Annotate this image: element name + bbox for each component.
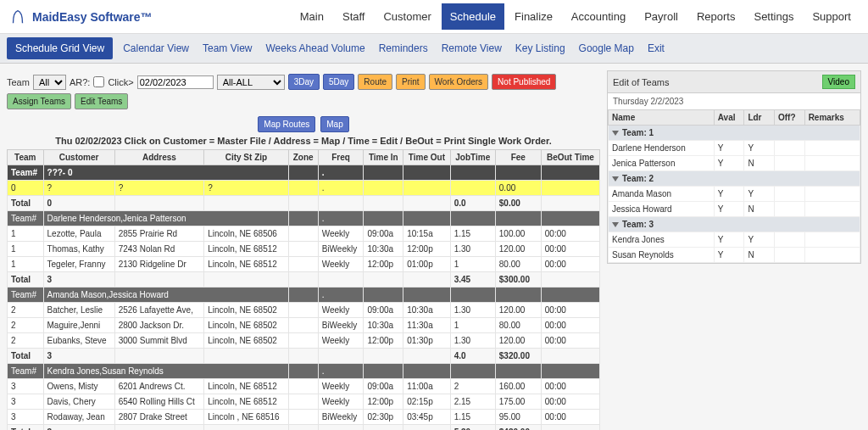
sub-nav-bar: Schedule Grid View Calendar ViewTeam Vie… — [0, 34, 868, 64]
col-team: Team — [8, 150, 44, 165]
chevron-down-icon — [612, 176, 619, 181]
subnav-weeks-ahead-volume[interactable]: Weeks Ahead Volume — [265, 42, 364, 54]
table-row[interactable]: 1Lezotte, Paula2855 Prairie RdLincoln, N… — [8, 226, 600, 242]
subnav-remote-view[interactable]: Remote View — [442, 42, 502, 54]
table-row[interactable]: 3Rodaway, Jean2807 Drake StreetLincoln ,… — [8, 410, 600, 425]
edit-teams-button[interactable]: Edit Teams — [75, 93, 128, 109]
topnav-support[interactable]: Support — [804, 3, 860, 30]
team-header-row: Team#Amanda Mason,Jessica Howard. — [8, 288, 600, 303]
team-col-off?: Off? — [775, 110, 805, 126]
three-day-button[interactable]: 3Day — [288, 74, 320, 90]
subnav-google-map[interactable]: Google Map — [579, 42, 634, 54]
team-member-row[interactable]: Kendra JonesYY — [609, 232, 860, 248]
col-fee: Fee — [495, 150, 541, 165]
assign-teams-button[interactable]: Assign Teams — [7, 93, 71, 109]
top-nav: MainStaffCustomerScheduleFinalizeAccount… — [292, 3, 860, 30]
video-button[interactable]: Video — [822, 75, 855, 89]
hint-text: Thu 02/02/2023 Click on Customer = Maste… — [7, 136, 600, 146]
team-member-row[interactable]: Darlene HendersonYY — [609, 141, 860, 156]
col-address: Address — [114, 150, 203, 165]
team-col-remarks: Remarks — [804, 110, 860, 126]
total-row: Total35.30$430.00 — [8, 425, 600, 431]
maideasy-logo-icon — [8, 8, 27, 26]
team-group-header[interactable]: Team: 1 — [609, 126, 860, 141]
topnav-schedule[interactable]: Schedule — [442, 3, 504, 30]
chevron-down-icon — [612, 131, 619, 136]
table-row[interactable]: 3Davis, Chery6540 Rolling Hills CtLincol… — [8, 394, 600, 410]
map-routes-button[interactable]: Map Routes — [258, 116, 315, 132]
panel-date: Thursday 2/2/2023 — [608, 93, 860, 109]
col-city-st-zip: City St Zip — [204, 150, 289, 165]
col-time-in: Time In — [364, 150, 403, 165]
subnav-key-listing[interactable]: Key Listing — [515, 42, 565, 54]
team-member-row[interactable]: Amanda MasonYY — [609, 187, 860, 202]
total-row: Total33.45$300.00 — [8, 272, 600, 288]
table-row[interactable]: 2Maguire,Jenni2800 Jackson Dr.Lincoln, N… — [8, 318, 600, 333]
chevron-down-icon — [612, 222, 619, 227]
team-member-row[interactable]: Jenica PattersonYN — [609, 156, 860, 171]
topnav-payroll[interactable]: Payroll — [636, 3, 687, 30]
table-row[interactable]: 2Batcher, Leslie2526 Lafayette Ave,Linco… — [8, 303, 600, 318]
topnav-finalize[interactable]: Finalize — [506, 3, 561, 30]
map-button[interactable]: Map — [320, 116, 348, 132]
ar-checkbox[interactable] — [93, 76, 104, 87]
table-row[interactable]: 1Tegeler, Franny2130 Ridgeline DrLincoln… — [8, 257, 600, 272]
team-header-row: Team#Darlene Henderson,Jenica Patterson. — [8, 211, 600, 226]
col-freq: Freq — [318, 150, 364, 165]
team-label: Team — [7, 77, 30, 87]
table-row[interactable]: 1Thomas, Kathy7243 Nolan RdLincoln, NE 6… — [8, 242, 600, 257]
five-day-button[interactable]: 5Day — [323, 74, 354, 90]
table-row[interactable]: 2Eubanks, Steve3000 Summit BlvdLincoln, … — [8, 333, 600, 349]
col-beout-time: BeOut Time — [541, 150, 599, 165]
topnav-main[interactable]: Main — [292, 3, 332, 30]
col-zone: Zone — [288, 150, 318, 165]
team-header-row: Team#Kendra Jones,Susan Reynolds. — [8, 364, 600, 379]
col-customer: Customer — [43, 150, 114, 165]
subnav-calendar-view[interactable]: Calendar View — [123, 42, 189, 54]
team-col-ldr: Ldr — [744, 110, 775, 126]
team-select[interactable]: All — [33, 75, 66, 90]
date-input[interactable] — [137, 75, 214, 89]
col-jobtime: JobTime — [450, 150, 495, 165]
team-group-header[interactable]: Team: 3 — [609, 217, 860, 232]
total-row: Total00.0$0.00 — [8, 196, 600, 211]
all-select[interactable]: All-ALL — [217, 75, 285, 90]
topnav-reports[interactable]: Reports — [688, 3, 744, 30]
brand-name: MaidEasy Software™ — [32, 10, 153, 24]
work-orders-button[interactable]: Work Orders — [429, 74, 489, 90]
team-member-row[interactable]: Jessica HowardYN — [609, 202, 860, 217]
click-label: Click> — [108, 77, 133, 87]
route-button[interactable]: Route — [358, 74, 392, 90]
subnav-reminders[interactable]: Reminders — [379, 42, 428, 54]
table-row[interactable]: 3Owens, Misty6201 Andrews Ct.Lincoln, NE… — [8, 379, 600, 394]
ar-label: AR?: — [70, 77, 90, 87]
team-group-header[interactable]: Team: 2 — [609, 171, 860, 187]
schedule-grid-view-button[interactable]: Schedule Grid View — [7, 37, 113, 59]
edit-teams-panel: Edit of Teams Video Thursday 2/2/2023 Na… — [607, 70, 861, 264]
col-time-out: Time Out — [403, 150, 451, 165]
subnav-team-view[interactable]: Team View — [203, 42, 252, 54]
topnav-customer[interactable]: Customer — [375, 3, 439, 30]
team-col-name: Name — [609, 110, 715, 126]
team-col-aval: Aval — [714, 110, 744, 126]
topnav-staff[interactable]: Staff — [334, 3, 374, 30]
schedule-grid: TeamCustomerAddressCity St ZipZoneFreqTi… — [7, 149, 600, 430]
team-header-row: Team#???- 0. — [8, 165, 600, 181]
panel-title: Edit of Teams — [613, 77, 669, 87]
topnav-settings[interactable]: Settings — [745, 3, 802, 30]
team-member-row[interactable]: Susan ReynoldsYN — [609, 248, 860, 263]
total-row: Total34.0$320.00 — [8, 349, 600, 364]
not-published-button[interactable]: Not Published — [492, 74, 556, 90]
subnav-exit[interactable]: Exit — [648, 42, 665, 54]
brand-logo: MaidEasy Software™ — [8, 8, 153, 26]
print-button[interactable]: Print — [396, 74, 426, 90]
topnav-accounting[interactable]: Accounting — [563, 3, 634, 30]
table-row[interactable]: 0???.0.00 — [8, 181, 600, 196]
